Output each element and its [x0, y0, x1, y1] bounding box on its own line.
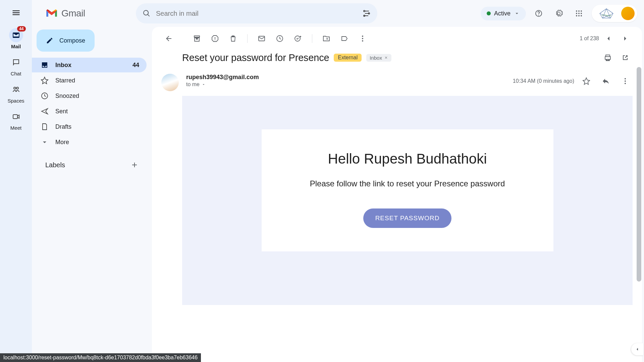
archive-button[interactable]: [190, 31, 204, 46]
reply-icon: [602, 77, 610, 85]
svg-marker-19: [602, 9, 613, 18]
folder-snoozed[interactable]: Snoozed: [32, 88, 147, 103]
report-spam-icon: [211, 35, 219, 43]
search-input[interactable]: [156, 10, 357, 17]
svg-point-13: [581, 13, 582, 14]
svg-marker-17: [600, 9, 613, 18]
settings-button[interactable]: [551, 6, 566, 21]
svg-point-26: [362, 38, 363, 39]
spam-button[interactable]: [208, 31, 222, 46]
send-icon: [41, 107, 49, 115]
back-button[interactable]: [161, 31, 176, 46]
svg-point-3: [364, 10, 365, 12]
svg-point-15: [578, 15, 580, 16]
folder-starred[interactable]: Starred: [32, 73, 147, 88]
star-icon: [41, 76, 49, 84]
add-task-button[interactable]: [290, 31, 305, 46]
timestamp: 10:34 AM (0 minutes ago): [513, 78, 574, 84]
search-bar[interactable]: [136, 3, 377, 23]
svg-marker-18: [600, 9, 610, 18]
category-badge[interactable]: Inbox: [366, 54, 391, 62]
print-button[interactable]: [600, 50, 615, 65]
svg-point-25: [362, 36, 363, 37]
rail-item-mail[interactable]: 44 Mail: [3, 28, 30, 49]
search-options-icon[interactable]: [363, 9, 371, 17]
account-switcher[interactable]: [592, 5, 637, 22]
sender-email: rupesh39943@gmail.com: [186, 74, 505, 81]
spaces-icon: [12, 85, 20, 94]
svg-point-0: [14, 87, 16, 89]
svg-point-1: [16, 87, 18, 89]
rail-item-chat[interactable]: Chat: [3, 55, 30, 76]
inbox-icon: [41, 61, 49, 69]
reset-password-button[interactable]: RESET PASSWORD: [363, 208, 452, 228]
svg-point-14: [576, 15, 577, 16]
delete-button[interactable]: [226, 31, 240, 46]
chat-icon: [12, 58, 20, 66]
recipient-toggle[interactable]: to me: [186, 81, 505, 87]
search-icon: [143, 9, 151, 17]
mail-icon: [12, 31, 20, 39]
svg-point-27: [362, 40, 363, 42]
more-vert-icon: [359, 35, 367, 43]
prev-button[interactable]: [601, 31, 616, 46]
open-new-window-button[interactable]: [618, 50, 633, 65]
sender-avatar[interactable]: [161, 74, 179, 91]
svg-point-11: [576, 13, 577, 14]
snooze-button[interactable]: [272, 31, 287, 46]
caret-down-icon: [202, 82, 206, 86]
add-label-button[interactable]: [127, 158, 142, 172]
logo-area[interactable]: Gmail: [45, 8, 129, 19]
external-badge: External: [334, 54, 362, 62]
meet-icon: [12, 113, 20, 121]
clock-icon: [41, 92, 49, 100]
help-icon: [535, 9, 543, 17]
message-body: Hello Rupesh Budhathoki Please follow th…: [182, 96, 633, 305]
rail-item-meet[interactable]: Meet: [3, 110, 30, 131]
svg-point-16: [581, 15, 582, 16]
profile-avatar[interactable]: [621, 7, 635, 20]
scroll-thumb[interactable]: [637, 67, 641, 282]
svg-point-10: [581, 10, 582, 12]
email-greeting: Hello Rupesh Budhathoki: [278, 151, 537, 167]
arrow-left-icon: [165, 35, 173, 43]
scrollbar[interactable]: [637, 67, 641, 322]
side-panel-toggle[interactable]: [631, 343, 643, 355]
gear-icon: [555, 9, 563, 17]
trash-icon: [229, 35, 237, 43]
folder-drafts[interactable]: Drafts: [32, 119, 147, 134]
move-button[interactable]: [319, 31, 334, 46]
svg-rect-2: [13, 115, 17, 119]
svg-point-29: [625, 80, 626, 82]
print-icon: [604, 54, 612, 62]
mail-badge: 44: [17, 26, 25, 32]
main-menu-button[interactable]: [7, 3, 25, 22]
close-icon[interactable]: [384, 56, 388, 60]
browser-status-bar: localhost:3000/reset-password/Mw/bq8tck-…: [0, 353, 201, 362]
pager-text: 1 of 238: [580, 36, 599, 42]
app-rail: 44 Mail Chat Spaces Meet: [0, 0, 32, 362]
rail-item-spaces[interactable]: Spaces: [3, 82, 30, 104]
support-button[interactable]: [531, 6, 546, 21]
chevron-right-icon: [621, 35, 629, 43]
label-button[interactable]: [337, 31, 352, 46]
status-chip[interactable]: Active: [481, 7, 526, 20]
more-button[interactable]: [355, 31, 370, 46]
mark-unread-button[interactable]: [254, 31, 269, 46]
next-button[interactable]: [618, 31, 633, 46]
org-logo-icon: [596, 7, 616, 20]
folder-inbox[interactable]: Inbox 44: [32, 58, 147, 72]
compose-button[interactable]: Compose: [37, 29, 95, 52]
star-message-button[interactable]: [579, 74, 594, 88]
apps-button[interactable]: [572, 6, 586, 21]
clock-icon: [276, 35, 284, 43]
svg-point-12: [578, 13, 580, 14]
folder-sent[interactable]: Sent: [32, 104, 147, 119]
reply-button[interactable]: [598, 74, 613, 88]
archive-icon: [193, 35, 201, 43]
message-more-button[interactable]: [618, 74, 633, 88]
open-external-icon: [621, 54, 629, 62]
folder-more[interactable]: More: [32, 135, 147, 149]
svg-point-28: [625, 78, 626, 79]
chevron-left-icon: [635, 347, 640, 352]
